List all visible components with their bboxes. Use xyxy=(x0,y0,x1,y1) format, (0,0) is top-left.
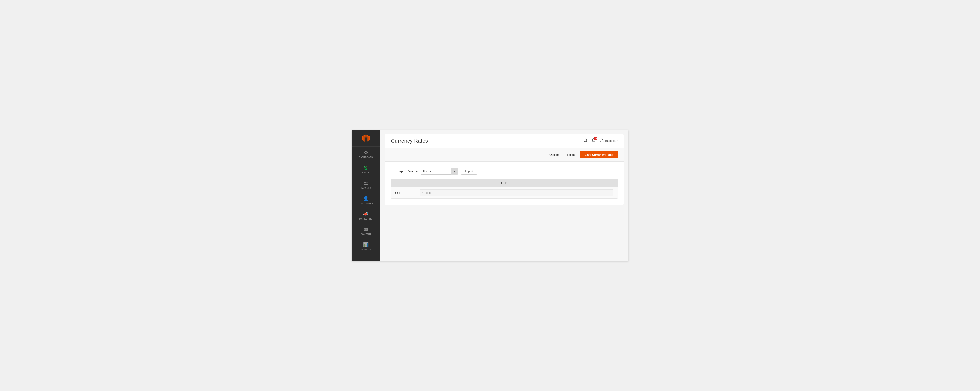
content-icon: ▦ xyxy=(364,227,368,232)
sidebar-item-reports[interactable]: 📊 REPORTS xyxy=(352,239,380,254)
sidebar: ⊙ DASHBOARD 💲 SALES 🗃 CATALOG 👤 CUSTOMER… xyxy=(352,130,380,261)
avatar-icon xyxy=(600,138,604,143)
notification-count: 39 xyxy=(594,137,598,140)
search-icon xyxy=(583,138,588,143)
currency-code-usd: USD xyxy=(395,191,420,195)
page-title: Currency Rates xyxy=(391,138,428,144)
svg-point-5 xyxy=(601,138,603,140)
user-name: magebit xyxy=(605,139,616,143)
currency-table-header: USD xyxy=(391,179,617,187)
sidebar-label-dashboard: DASHBOARD xyxy=(359,156,373,159)
customers-icon: 👤 xyxy=(363,196,369,201)
sidebar-item-content[interactable]: ▦ CONTENT xyxy=(352,224,380,239)
dashboard-icon: ⊙ xyxy=(364,150,368,155)
sidebar-item-catalog[interactable]: 🗃 CATALOG xyxy=(352,177,380,193)
toolbar: Options Reset Save Currency Rates xyxy=(385,148,624,162)
import-service-label: Import Service xyxy=(391,170,418,173)
table-row: USD xyxy=(391,187,617,199)
app-wrapper: ⊙ DASHBOARD 💲 SALES 🗃 CATALOG 👤 CUSTOMER… xyxy=(352,130,628,261)
import-service-select-wrapper: Fixer.io WebServiceX Econoday ▼ xyxy=(421,168,458,175)
header-controls: 39 magebit ▾ xyxy=(583,138,618,144)
sidebar-label-customers: CUSTOMERS xyxy=(359,202,373,205)
notification-button[interactable]: 39 xyxy=(591,138,596,144)
sidebar-item-marketing[interactable]: 📣 MARKETING xyxy=(352,208,380,224)
sidebar-item-sales[interactable]: 💲 SALES xyxy=(352,162,380,177)
magento-logo xyxy=(361,134,371,143)
main-area: Currency Rates 39 xyxy=(380,130,628,261)
currency-value-input[interactable] xyxy=(420,189,614,196)
reset-button[interactable]: Reset xyxy=(565,151,577,158)
sidebar-label-catalog: CATALOG xyxy=(361,187,371,189)
svg-line-4 xyxy=(586,141,587,142)
logo-area xyxy=(352,130,380,146)
user-dropdown-icon: ▾ xyxy=(617,140,618,142)
sidebar-label-content: CONTENT xyxy=(361,233,371,235)
sidebar-label-marketing: MARKETING xyxy=(359,218,372,220)
user-menu[interactable]: magebit ▾ xyxy=(600,138,618,144)
catalog-icon: 🗃 xyxy=(364,181,368,186)
main-card: Currency Rates 39 xyxy=(385,134,624,205)
sidebar-label-reports: REPORTS xyxy=(361,248,371,251)
import-button[interactable]: Import xyxy=(461,168,477,175)
reports-icon: 📊 xyxy=(363,242,369,248)
import-service-select[interactable]: Fixer.io WebServiceX Econoday xyxy=(421,168,458,175)
save-currency-rates-button[interactable]: Save Currency Rates xyxy=(580,151,618,159)
search-button[interactable] xyxy=(583,138,588,144)
sidebar-item-dashboard[interactable]: ⊙ DASHBOARD xyxy=(352,146,380,162)
marketing-icon: 📣 xyxy=(363,211,369,217)
options-button[interactable]: Options xyxy=(547,151,562,158)
sidebar-label-sales: SALES xyxy=(362,172,370,174)
user-avatar-icon xyxy=(600,138,604,144)
currency-table: USD USD xyxy=(391,179,618,199)
sidebar-item-customers[interactable]: 👤 CUSTOMERS xyxy=(352,193,380,208)
page-header: Currency Rates 39 xyxy=(385,134,624,148)
import-service-row: Import Service Fixer.io WebServiceX Econ… xyxy=(391,168,618,175)
content-area: Import Service Fixer.io WebServiceX Econ… xyxy=(385,162,624,205)
sales-icon: 💲 xyxy=(363,165,369,171)
